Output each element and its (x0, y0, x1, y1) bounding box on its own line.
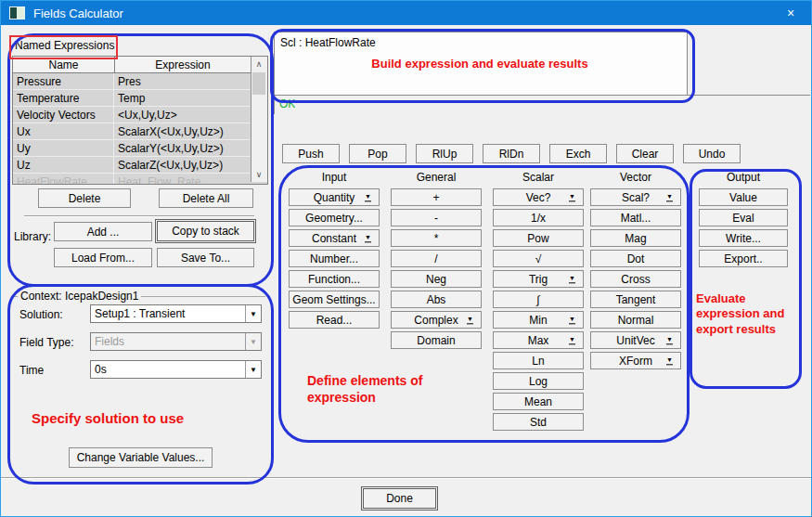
annotation-specify-solution: Specify solution to use (32, 410, 184, 426)
tangent-button[interactable]: Tangent (590, 291, 681, 308)
general-column-header: General (391, 171, 482, 184)
geometry-button[interactable]: Geometry... (289, 209, 380, 226)
time-label: Time (19, 364, 44, 377)
pow-button[interactable]: Pow (493, 229, 584, 247)
scalar-column-header: Scalar (493, 171, 584, 184)
plus-button[interactable]: + (391, 188, 482, 206)
time-dropdown[interactable]: 0s ▼ (90, 360, 262, 379)
bottom-divider (1, 477, 812, 479)
clear-button[interactable]: Clear (616, 144, 674, 163)
undo-button[interactable]: Undo (683, 144, 741, 163)
trig-button[interactable]: Trig▼ (493, 270, 584, 288)
rlup-button[interactable]: RlUp (416, 144, 473, 163)
max-button[interactable]: Max▼ (493, 331, 584, 349)
divider (24, 215, 254, 217)
eval-button[interactable]: Eval (699, 209, 788, 226)
std-button[interactable]: Std (493, 413, 584, 431)
scroll-up-icon[interactable]: ∧ (251, 57, 266, 71)
menu-drop-icon: ▼ (569, 193, 575, 201)
dot-button[interactable]: Dot (590, 250, 681, 267)
integral-button[interactable]: ∫ (493, 291, 584, 308)
fields-calculator-window: Fields Calculator × Named Expressions Na… (0, 0, 812, 517)
exch-button[interactable]: Exch (549, 144, 607, 163)
cross-button[interactable]: Cross (590, 270, 681, 288)
log-button[interactable]: Log (493, 372, 584, 390)
table-row[interactable]: HeatFlowRate Heat_Flow_Rate (13, 174, 267, 184)
table-scrollbar[interactable]: ∧ ∨ (251, 57, 267, 182)
pop-button[interactable]: Pop (349, 144, 406, 163)
table-row[interactable]: Uz ScalarZ(<Ux,Uy,Uz>) (13, 157, 267, 174)
output-column-header: Output (699, 171, 788, 184)
one-over-x-button[interactable]: 1/x (493, 209, 584, 226)
sqrt-button[interactable]: √ (493, 250, 584, 267)
annotation-define-elements: Define elements of expression (307, 372, 456, 406)
delete-button[interactable]: Delete (38, 188, 131, 208)
delete-all-button[interactable]: Delete All (159, 188, 253, 208)
table-body: Pressure Pres Temperature Temp Velocity … (13, 73, 267, 184)
menu-drop-icon: ▼ (666, 356, 673, 365)
close-icon[interactable]: × (770, 1, 811, 25)
xform-button[interactable]: XForm▼ (590, 352, 681, 369)
column-header-expression[interactable]: Expression (115, 57, 251, 73)
abs-button[interactable]: Abs (391, 291, 482, 308)
change-variable-values-button[interactable]: Change Variable Values... (69, 447, 213, 468)
matl-button[interactable]: Matl... (590, 209, 681, 226)
input-column-header: Input (289, 171, 380, 184)
scroll-down-icon[interactable]: ∨ (251, 167, 266, 182)
menu-drop-icon: ▼ (666, 336, 673, 344)
constant-button[interactable]: Constant▼ (289, 229, 380, 247)
add-button[interactable]: Add ... (54, 222, 152, 241)
neg-button[interactable]: Neg (391, 270, 482, 288)
table-row[interactable]: Velocity Vectors <Ux,Uy,Uz> (13, 107, 267, 123)
named-expressions-label: Named Expressions (15, 39, 114, 52)
done-button[interactable]: Done (363, 488, 436, 509)
window-title: Fields Calculator (33, 6, 123, 20)
chevron-down-icon: ▼ (245, 333, 261, 350)
table-row[interactable]: Pressure Pres (13, 73, 267, 90)
function-button[interactable]: Function... (289, 270, 380, 288)
vector-column-header: Vector (590, 171, 681, 184)
menu-drop-icon: ▼ (569, 336, 575, 344)
normal-button[interactable]: Normal (590, 311, 681, 329)
export-button[interactable]: Export.. (699, 250, 788, 267)
push-button[interactable]: Push (282, 144, 340, 163)
solution-dropdown[interactable]: Setup1 : Transient ▼ (90, 304, 262, 323)
divide-button[interactable]: / (391, 250, 482, 267)
scal-button[interactable]: Scal?▼ (590, 188, 681, 206)
rldn-button[interactable]: RlDn (483, 144, 540, 163)
mean-button[interactable]: Mean (493, 393, 584, 410)
scroll-thumb[interactable] (252, 72, 265, 95)
mag-button[interactable]: Mag (590, 229, 681, 247)
menu-drop-icon: ▼ (569, 316, 575, 324)
table-row[interactable]: Ux ScalarX(<Ux,Uy,Uz>) (13, 123, 267, 140)
load-from-button[interactable]: Load From... (54, 248, 152, 267)
annotation-evaluate-export: Evaluate expression and export results (696, 291, 791, 337)
column-header-name[interactable]: Name (13, 57, 115, 73)
table-row[interactable]: Uy ScalarY(<Ux,Uy,Uz>) (13, 140, 267, 157)
menu-drop-icon: ▼ (365, 193, 371, 201)
table-header: Name Expression (13, 57, 267, 73)
vec-button[interactable]: Vec?▼ (493, 188, 584, 206)
minus-button[interactable]: - (391, 209, 482, 226)
field-type-dropdown: Fields ▼ (90, 332, 262, 351)
unitvec-button[interactable]: UnitVec▼ (590, 331, 681, 349)
menu-drop-icon: ▼ (666, 193, 673, 201)
min-button[interactable]: Min▼ (493, 311, 584, 329)
multiply-button[interactable]: * (391, 229, 482, 247)
geom-settings-button[interactable]: Geom Settings... (289, 291, 380, 308)
current-expression: Scl : HeatFlowRate (280, 36, 376, 49)
domain-button[interactable]: Domain (391, 331, 482, 349)
save-to-button[interactable]: Save To... (157, 248, 254, 267)
read-button[interactable]: Read... (289, 311, 380, 329)
value-button[interactable]: Value (699, 188, 788, 206)
chevron-down-icon[interactable]: ▼ (245, 361, 261, 378)
number-button[interactable]: Number... (289, 250, 380, 267)
ln-button[interactable]: Ln (493, 352, 584, 369)
copy-to-stack-button[interactable]: Copy to stack (157, 221, 254, 241)
status-ok: OK (279, 97, 295, 110)
table-row[interactable]: Temperature Temp (13, 90, 267, 107)
write-button[interactable]: Write... (699, 229, 788, 247)
complex-button[interactable]: Complex▼ (391, 311, 482, 329)
chevron-down-icon[interactable]: ▼ (245, 305, 261, 322)
quantity-button[interactable]: Quantity▼ (289, 188, 380, 206)
